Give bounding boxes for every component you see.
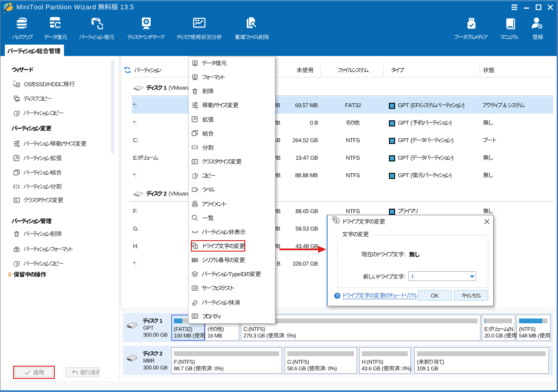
svg-text:E: E: [336, 219, 338, 223]
svg-text:?: ?: [336, 293, 339, 298]
